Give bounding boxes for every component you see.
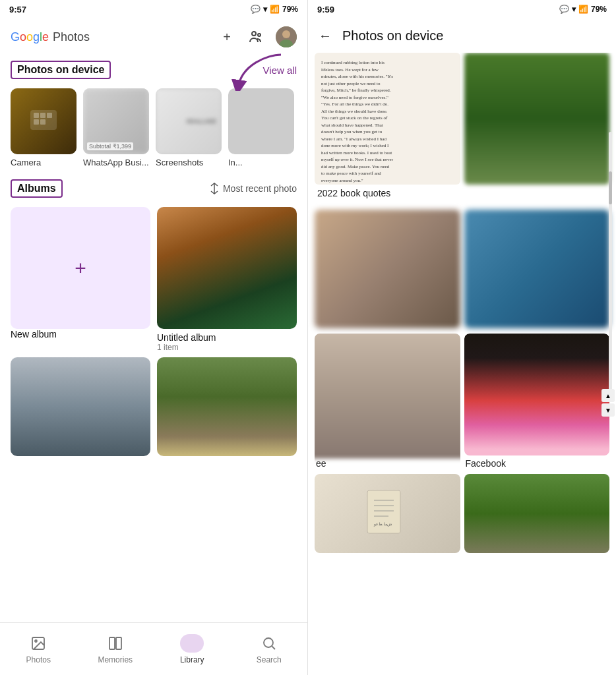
book-quotes-section[interactable]: I continued rubbing lotion into his life… — [308, 53, 616, 207]
bottom-albums-row — [0, 357, 307, 456]
scroll-up-button[interactable]: ▲ — [601, 389, 615, 402]
book-quotes-thumb: I continued rubbing lotion into his life… — [315, 53, 460, 185]
nav-item-search[interactable]: Search — [231, 634, 308, 664]
albums-section-header: Albums Most recent photo — [0, 175, 307, 202]
photos-nav-icon — [29, 634, 47, 653]
camera-thumb — [11, 88, 77, 154]
app-header-left: Google Photos + — [0, 18, 307, 55]
notebook-photo-thumb: ﺵﻤﻠ ﻂﻋﻮ — [315, 474, 460, 553]
wifi-icon: ▾ — [263, 5, 267, 14]
time-left: 9:57 — [9, 5, 26, 15]
library-nav-label: Library — [180, 655, 204, 664]
memories-nav-icon — [106, 634, 125, 653]
new-album-thumb: + — [11, 207, 150, 329]
list-item[interactable]: In... — [228, 88, 294, 167]
wifi-icon-right: ▾ — [572, 5, 576, 14]
right-header: ← Photos on device — [308, 18, 616, 53]
albums-grid: + New album Untitled album 1 item — [0, 202, 307, 357]
nav-item-memories[interactable]: Memories — [77, 634, 154, 664]
new-album-label: New album — [11, 329, 150, 339]
list-item[interactable]: #DALLAKE Screenshots — [156, 88, 222, 167]
user-avatar[interactable] — [276, 26, 297, 47]
nav-item-photos[interactable]: Photos — [0, 634, 77, 664]
albums-title-box: Albums — [11, 179, 63, 198]
people-share-button[interactable] — [247, 28, 265, 46]
scrollbar-track[interactable] — [609, 132, 612, 396]
svg-line-22 — [272, 646, 275, 649]
time-right: 9:59 — [317, 5, 334, 15]
svg-rect-23 — [367, 490, 400, 533]
google-wordmark: Google — [11, 30, 49, 44]
trees-album-thumb[interactable] — [157, 357, 297, 456]
untitled-album-label: Untitled album — [157, 332, 297, 343]
status-bar-left: 9:57 💬 ▾ 📶 79% — [0, 0, 307, 18]
book-quotes-label: 2022 book quotes — [316, 188, 390, 198]
whatsapp-album-label: WhatsApp Busi... — [83, 158, 149, 167]
status-bar-right: 9:59 💬 ▾ 📶 79% — [308, 0, 616, 18]
photos-nav-label: Photos — [26, 655, 51, 664]
whatsapp-icon: 💬 — [251, 5, 261, 14]
page-title: Photos on device — [342, 28, 443, 44]
add-button[interactable]: + — [218, 28, 236, 46]
sort-label: Most recent photo — [223, 183, 297, 194]
svg-rect-15 — [116, 637, 121, 649]
search-nav-icon — [260, 634, 278, 653]
trees-right-photo-item[interactable] — [464, 474, 610, 553]
battery-right: 79% — [591, 5, 607, 14]
photos-wordmark: Photos — [53, 30, 90, 44]
bottom-photo-grid: ﺵﻤﻠ ﻂﻋﻮ — [308, 469, 616, 560]
notebook-photo-item[interactable]: ﺵﻤﻠ ﻂﻋﻮ — [315, 474, 460, 553]
albums-title: Albums — [17, 183, 56, 194]
svg-text:ﺵﻤﻠ ﻂﻋﻮ: ﺵﻤﻠ ﻂﻋﻮ — [373, 522, 392, 527]
untitled-album-card[interactable]: Untitled album 1 item — [157, 207, 297, 352]
untitled-album-thumb — [157, 207, 297, 329]
facebook-portrait-item[interactable]: Facebook — [464, 334, 610, 469]
trees-right-thumb — [464, 474, 610, 553]
svg-rect-6 — [34, 113, 39, 118]
svg-rect-8 — [34, 119, 39, 125]
signal-icon-right: 📶 — [578, 5, 588, 14]
device-albums-row: Camera Subtotal ₹1,399 WhatsApp Busi... … — [0, 84, 307, 175]
library-nav-icon — [180, 634, 204, 653]
list-item[interactable]: Subtotal ₹1,399 WhatsApp Busi... — [83, 88, 149, 167]
memories-nav-label: Memories — [98, 655, 133, 664]
sort-button[interactable]: Most recent photo — [208, 183, 297, 194]
right-panel: 9:59 💬 ▾ 📶 79% ← Photos on device I cont… — [308, 0, 616, 675]
right-content: I continued rubbing lotion into his life… — [308, 53, 616, 675]
waves-album-thumb[interactable] — [11, 357, 150, 456]
back-button[interactable]: ← — [319, 28, 332, 44]
list-item[interactable]: Camera — [11, 88, 77, 167]
in-album-label: In... — [228, 158, 294, 167]
svg-point-0 — [252, 32, 256, 36]
screenshots-album-label: Screenshots — [156, 158, 222, 167]
svg-rect-10 — [47, 113, 52, 118]
ee-label: ee — [315, 458, 460, 469]
header-actions: + — [218, 26, 297, 47]
svg-rect-7 — [40, 113, 46, 118]
svg-point-1 — [258, 34, 261, 36]
photos-on-device-title: Photos on device — [17, 64, 104, 75]
bottom-navigation: Photos Memories Library — [0, 622, 307, 675]
scroll-arrows: ▲ ▼ — [601, 389, 615, 417]
scroll-down-button[interactable]: ▼ — [601, 403, 615, 417]
whatsapp-thumb: Subtotal ₹1,399 — [83, 88, 149, 154]
blurred-people-grid — [308, 210, 616, 328]
svg-rect-14 — [109, 637, 115, 649]
svg-rect-9 — [40, 119, 46, 125]
svg-point-13 — [35, 640, 37, 642]
untitled-album-count: 1 item — [157, 343, 297, 352]
signal-icon: 📶 — [270, 5, 280, 14]
search-nav-label: Search — [257, 655, 282, 664]
ee-portrait-item[interactable]: ee — [315, 334, 460, 469]
svg-point-3 — [282, 30, 290, 38]
scrollbar-thumb — [609, 171, 612, 204]
new-album-card[interactable]: + New album — [11, 207, 150, 352]
status-icons-right: 💬 ▾ 📶 79% — [559, 5, 607, 14]
portrait-grid: ee Facebook — [308, 334, 616, 469]
nav-item-library[interactable]: Library — [154, 634, 231, 664]
photos-on-device-title-box: Photos on device — [11, 61, 111, 79]
arrow-annotation — [228, 51, 288, 94]
svg-point-21 — [264, 638, 273, 647]
facebook-label: Facebook — [464, 458, 610, 469]
in-album-thumb — [228, 88, 294, 154]
